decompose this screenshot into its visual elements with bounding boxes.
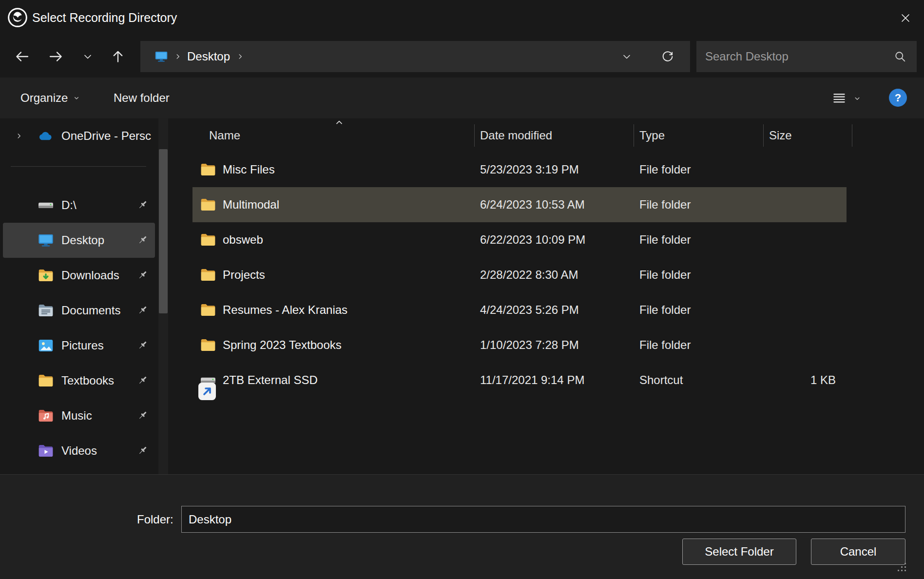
file-type: File folder <box>639 233 691 247</box>
file-name: obsweb <box>223 233 263 247</box>
organize-button[interactable]: Organize <box>20 77 80 118</box>
select-folder-button[interactable]: Select Folder <box>682 539 796 565</box>
sidebar-item-downloads[interactable]: Downloads <box>3 258 155 293</box>
help-button[interactable]: ? <box>889 89 907 107</box>
chevron-down-icon[interactable] <box>853 94 862 103</box>
file-date: 5/23/2023 3:19 PM <box>480 163 579 176</box>
sidebar-item-pictures[interactable]: Pictures <box>3 328 155 363</box>
pin-icon <box>136 304 149 317</box>
sort-ascending-icon <box>334 119 345 126</box>
file-row-projects[interactable]: Projects 2/28/2022 8:30 AM File folder <box>192 257 847 292</box>
history-dropdown-button[interactable] <box>76 45 99 68</box>
file-row-multimodal[interactable]: Multimodal 6/24/2023 10:53 AM File folde… <box>192 187 847 222</box>
music-icon <box>37 407 55 425</box>
file-date: 11/17/2021 9:14 PM <box>480 373 584 387</box>
folder-label: Folder: <box>137 506 173 533</box>
file-type: File folder <box>639 268 691 282</box>
breadcrumb-chevron-icon <box>173 52 182 61</box>
view-options-button[interactable] <box>829 89 849 108</box>
file-type: Shortcut <box>639 373 683 387</box>
folder-icon <box>199 231 217 249</box>
forward-button[interactable] <box>44 45 68 68</box>
refresh-button[interactable] <box>658 47 677 66</box>
column-header-name[interactable]: Name <box>209 118 240 153</box>
file-date: 6/24/2023 10:53 AM <box>480 198 585 212</box>
file-date: 1/10/2023 7:28 PM <box>480 338 579 352</box>
vertical-scrollbar[interactable] <box>158 118 168 474</box>
address-dropdown-button[interactable] <box>617 48 636 65</box>
sidebar-item-label: Downloads <box>61 269 119 282</box>
sidebar-item-music[interactable]: Music <box>3 398 155 433</box>
folder-icon <box>199 161 217 178</box>
scrollbar-thumb[interactable] <box>159 149 168 313</box>
back-icon <box>14 49 30 64</box>
file-row-obsweb[interactable]: obsweb 6/22/2023 10:09 PM File folder <box>192 222 847 257</box>
organize-label: Organize <box>20 91 68 105</box>
sidebar-divider <box>11 166 146 167</box>
folder-icon <box>199 266 217 284</box>
file-size: 1 KB <box>758 373 836 387</box>
file-type: File folder <box>639 163 691 176</box>
sidebar-item-label: Textbooks <box>61 374 114 387</box>
column-separator <box>474 124 475 147</box>
sidebar-item-label: Music <box>61 409 92 423</box>
pictures-icon <box>37 337 55 354</box>
file-row-2tb-external-ssd[interactable]: 2TB External SSD 11/17/2021 9:14 PM Shor… <box>192 363 847 398</box>
drive-shortcut-icon <box>199 371 217 389</box>
sidebar-item-label: Documents <box>61 304 120 317</box>
file-row-misc-files[interactable]: Misc Files 5/23/2023 3:19 PM File folder <box>192 152 847 187</box>
search-input[interactable] <box>696 41 917 72</box>
column-header-size[interactable]: Size <box>769 118 792 153</box>
sidebar-item-documents[interactable]: Documents <box>3 293 155 328</box>
file-name: Resumes - Alex Kranias <box>223 303 347 317</box>
sidebar-item-desktop[interactable]: Desktop <box>3 223 155 258</box>
desktop-icon <box>37 232 55 249</box>
file-list: Misc Files 5/23/2023 3:19 PM File folder… <box>192 152 847 398</box>
select-recording-directory-dialog: Select Recording Directory Desktop <box>0 0 924 579</box>
forward-icon <box>48 49 64 64</box>
file-type: File folder <box>639 338 691 352</box>
up-button[interactable] <box>106 45 130 68</box>
desktop-location-icon <box>154 49 169 64</box>
pin-icon <box>136 233 149 247</box>
title-bar: Select Recording Directory <box>0 0 924 36</box>
file-name: Misc Files <box>223 163 275 176</box>
folder-icon <box>37 372 55 389</box>
file-row-spring-2023-textbooks[interactable]: Spring 2023 Textbooks 1/10/2023 7:28 PM … <box>192 328 847 363</box>
close-icon <box>900 12 911 24</box>
resize-grip[interactable] <box>896 561 907 573</box>
file-name: Multimodal <box>223 198 279 212</box>
sidebar-item-d-drive[interactable]: D:\ <box>3 188 155 223</box>
navigation-bar: Desktop <box>0 36 924 77</box>
column-header-type[interactable]: Type <box>639 118 665 153</box>
onedrive-cloud-icon <box>37 127 55 145</box>
pin-icon <box>136 444 149 457</box>
column-header-date-modified[interactable]: Date modified <box>480 118 552 153</box>
column-separator <box>852 124 852 147</box>
address-bar[interactable]: Desktop <box>140 41 690 72</box>
cancel-button[interactable]: Cancel <box>811 539 905 565</box>
folder-icon <box>199 196 217 213</box>
folder-name-input[interactable] <box>181 506 905 533</box>
sidebar-item-textbooks[interactable]: Textbooks <box>3 363 155 398</box>
obs-logo-icon <box>7 7 28 28</box>
breadcrumb-chevron-icon <box>236 52 245 61</box>
pin-icon <box>136 198 149 212</box>
list-view-icon <box>831 91 847 106</box>
back-button[interactable] <box>10 45 34 68</box>
expand-chevron-icon[interactable] <box>15 132 23 140</box>
new-folder-label: New folder <box>114 91 170 105</box>
up-icon <box>110 49 126 64</box>
file-date: 4/24/2023 5:26 PM <box>480 303 579 317</box>
breadcrumb-desktop[interactable]: Desktop <box>187 50 230 63</box>
window-title: Select Recording Directory <box>32 0 177 36</box>
chevron-down-icon <box>82 51 94 62</box>
close-button[interactable] <box>887 0 924 36</box>
shortcut-arrow-icon <box>198 383 206 390</box>
file-row-resumes[interactable]: Resumes - Alex Kranias 4/24/2023 5:26 PM… <box>192 292 847 328</box>
new-folder-button[interactable]: New folder <box>114 77 170 118</box>
sidebar-item-videos[interactable]: Videos <box>3 433 155 468</box>
pin-icon <box>136 409 149 422</box>
sidebar-item-onedrive[interactable]: OneDrive - Persc <box>0 120 161 152</box>
sidebar-item-label: OneDrive - Persc <box>61 129 151 143</box>
